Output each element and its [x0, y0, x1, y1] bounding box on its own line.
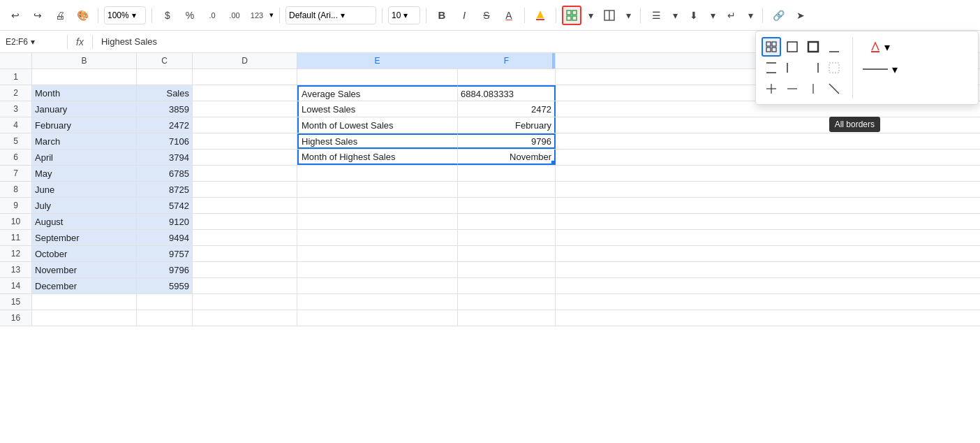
wrap-button[interactable]: ↵	[722, 6, 741, 25]
cell-d16[interactable]	[193, 310, 297, 326]
cell-d13[interactable]	[193, 262, 297, 277]
cell-reference-box[interactable]: E2:F6 ▾	[6, 37, 61, 47]
cell-d6[interactable]	[193, 150, 297, 165]
cell-c10[interactable]: 9120	[137, 214, 193, 229]
drag-handle[interactable]	[551, 161, 556, 165]
cell-e16[interactable]	[297, 310, 458, 326]
cell-d2[interactable]	[193, 85, 297, 101]
cell-c9[interactable]: 5742	[137, 198, 193, 213]
cell-d15[interactable]	[193, 294, 297, 310]
border-style-button[interactable]: ▾	[859, 59, 900, 79]
font-select[interactable]: Default (Ari... ▾	[285, 6, 376, 24]
cell-d5[interactable]	[193, 133, 297, 149]
cell-c13[interactable]: 9796	[137, 262, 193, 277]
size-select[interactable]: 10 ▾	[388, 6, 420, 24]
cell-d9[interactable]	[193, 198, 297, 213]
cell-d10[interactable]	[193, 214, 297, 229]
cell-e2[interactable]: Average Sales	[297, 85, 458, 101]
italic-button[interactable]: I	[454, 6, 474, 25]
cell-b10[interactable]: August	[32, 214, 137, 229]
cell-c4[interactable]: 2472	[137, 117, 193, 133]
col-header-f[interactable]: F	[458, 53, 556, 68]
borders-dropdown-button[interactable]: ▾	[584, 6, 597, 25]
cell-b6[interactable]: April	[32, 150, 137, 165]
cell-c5[interactable]: 7106	[137, 133, 193, 149]
right-border-button[interactable]	[803, 58, 823, 78]
cell-f15[interactable]	[458, 294, 556, 310]
cell-b16[interactable]	[32, 310, 137, 326]
paint-format-button[interactable]: 🎨	[73, 6, 92, 25]
cell-c11[interactable]: 9494	[137, 230, 193, 245]
cell-e11[interactable]	[297, 230, 458, 245]
cell-c1[interactable]	[137, 69, 193, 85]
cell-f2[interactable]: 6884.083333	[458, 85, 556, 101]
fill-color-button[interactable]	[530, 6, 550, 25]
align-left-button[interactable]: ☰	[646, 6, 666, 25]
print-button[interactable]: 🖨	[50, 6, 70, 25]
cell-f16[interactable]	[458, 310, 556, 326]
col-header-c[interactable]: C	[137, 53, 193, 68]
cell-b9[interactable]: July	[32, 198, 137, 213]
cell-e3[interactable]: Lowest Sales	[297, 101, 458, 117]
diagonal-border-button[interactable]	[824, 79, 844, 99]
cell-b4[interactable]: February	[32, 117, 137, 133]
cell-c7[interactable]: 6785	[137, 166, 193, 181]
left-border-button[interactable]	[782, 58, 802, 78]
no-border-button[interactable]	[824, 58, 844, 78]
currency-button[interactable]: $	[158, 6, 177, 25]
cell-f14[interactable]	[458, 278, 556, 293]
cell-b5[interactable]: March	[32, 133, 137, 149]
cell-d14[interactable]	[193, 278, 297, 293]
font-color-button[interactable]: A	[499, 6, 519, 25]
outer-borders-button[interactable]	[782, 37, 802, 57]
all-borders-button[interactable]	[762, 37, 781, 57]
cell-f9[interactable]	[458, 198, 556, 213]
insert-link-button[interactable]: 🔗	[769, 6, 788, 25]
cell-e8[interactable]	[297, 182, 458, 197]
redo-button[interactable]: ↪	[28, 6, 47, 25]
cell-e7[interactable]	[297, 166, 458, 181]
cell-b13[interactable]: November	[32, 262, 137, 277]
cell-f3[interactable]: 2472	[458, 101, 556, 117]
inner-border-button[interactable]	[762, 79, 781, 99]
merge-dropdown-button[interactable]: ▾	[622, 6, 634, 25]
cell-b1[interactable]	[32, 69, 137, 85]
bold-button[interactable]: B	[432, 6, 452, 25]
cell-c6[interactable]: 3794	[137, 150, 193, 165]
cell-d11[interactable]	[193, 230, 297, 245]
valign-dropdown-button[interactable]: ▾	[706, 6, 719, 25]
format123-button[interactable]: 123	[247, 6, 267, 25]
cell-d1[interactable]	[193, 69, 297, 85]
merge-cells-button[interactable]	[600, 6, 619, 25]
cell-d12[interactable]	[193, 246, 297, 261]
cell-e13[interactable]	[297, 262, 458, 277]
percent-button[interactable]: %	[180, 6, 200, 25]
h-inner-border-button[interactable]	[782, 79, 802, 99]
cell-f8[interactable]	[458, 182, 556, 197]
cell-e4[interactable]: Month of Lowest Sales	[297, 117, 458, 133]
decimal1-button[interactable]: .0	[202, 6, 222, 25]
cell-b12[interactable]: October	[32, 246, 137, 261]
cell-c3[interactable]: 3859	[137, 101, 193, 117]
top-bottom-border-button[interactable]	[762, 58, 781, 78]
cell-c12[interactable]: 9757	[137, 246, 193, 261]
cell-f4[interactable]: February	[458, 117, 556, 133]
cell-f6[interactable]: November	[458, 150, 556, 165]
border-color-button[interactable]: ▾	[859, 37, 900, 57]
cell-d4[interactable]	[193, 117, 297, 133]
cell-e14[interactable]	[297, 278, 458, 293]
thick-outer-button[interactable]	[803, 37, 823, 57]
align-dropdown-button[interactable]: ▾	[669, 6, 681, 25]
wrap-dropdown-button[interactable]: ▾	[744, 6, 757, 25]
col-header-e[interactable]: E	[297, 53, 458, 68]
cell-d7[interactable]	[193, 166, 297, 181]
decimal2-button[interactable]: .00	[225, 6, 244, 25]
cell-f7[interactable]	[458, 166, 556, 181]
col-header-b[interactable]: B	[32, 53, 137, 68]
cell-e5[interactable]: Highest Sales	[297, 133, 458, 149]
strikethrough-button[interactable]: S	[477, 6, 496, 25]
cell-b8[interactable]: June	[32, 182, 137, 197]
cell-c8[interactable]: 8725	[137, 182, 193, 197]
cell-f1[interactable]	[458, 69, 556, 85]
cell-f10[interactable]	[458, 214, 556, 229]
